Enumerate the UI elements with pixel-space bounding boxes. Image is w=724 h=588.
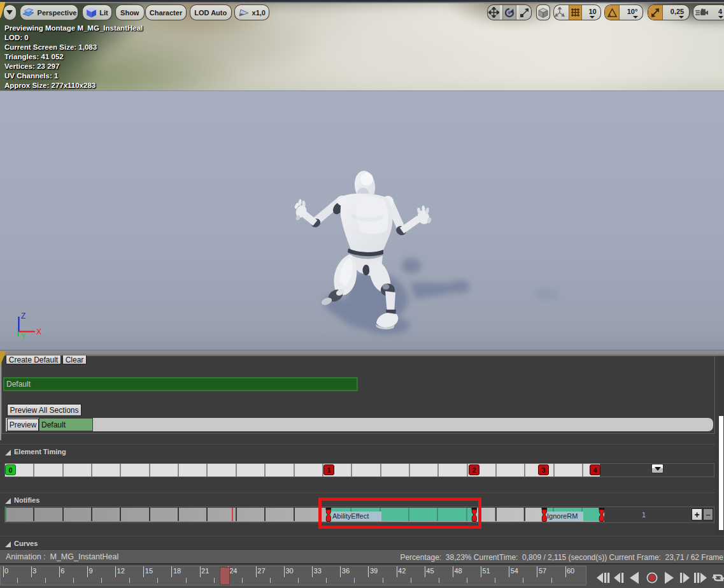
svg-text:Y: Y <box>21 332 26 341</box>
svg-text:Z: Z <box>21 312 25 320</box>
svg-text:X: X <box>36 327 41 336</box>
